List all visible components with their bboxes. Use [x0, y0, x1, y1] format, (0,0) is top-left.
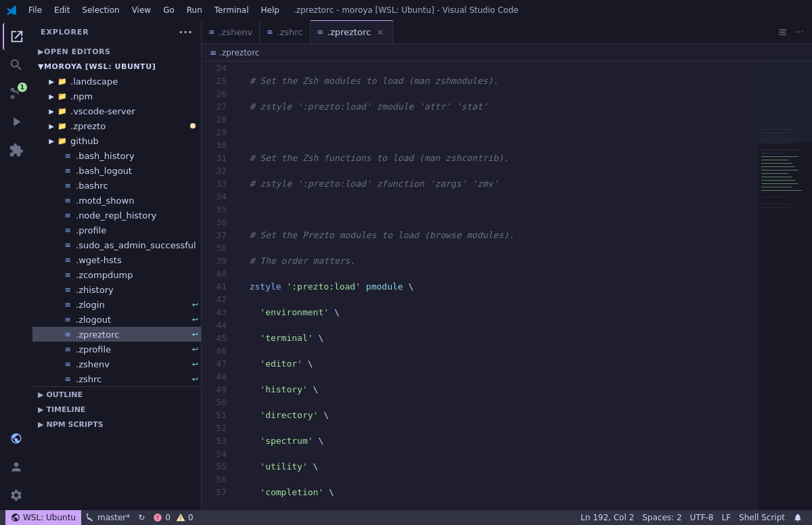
- timeline-section[interactable]: ▶ TIMELINE: [32, 402, 201, 417]
- file-icon: ≡: [62, 299, 73, 310]
- tree-item-zprezto[interactable]: ▶ 📁 .zprezto: [32, 118, 201, 133]
- settings-activity-icon[interactable]: [3, 482, 30, 509]
- tab-zshrc[interactable]: ≡ .zshrc: [260, 20, 310, 44]
- tree-item-zcompdump[interactable]: ▶ ≡ .zcompdump: [32, 267, 201, 282]
- code-line: [239, 203, 758, 216]
- file-icon: ≡: [62, 239, 73, 250]
- sync-status[interactable]: ↻: [134, 510, 149, 525]
- tree-item-bash-history[interactable]: ▶ ≡ .bash_history: [32, 148, 201, 163]
- menu-go[interactable]: Go: [158, 4, 180, 16]
- code-editor[interactable]: # Set the Zsh modules to load (man zshmo…: [232, 62, 758, 510]
- git-branch-status[interactable]: master*: [81, 510, 134, 525]
- menu-view[interactable]: View: [127, 4, 156, 16]
- encoding-setting[interactable]: UTF-8: [686, 510, 718, 525]
- code-line: zstyle ':prezto:load' pmodule \: [239, 280, 758, 293]
- folder-icon: 📁: [57, 135, 68, 146]
- language-setting[interactable]: Shell Script: [735, 510, 789, 525]
- source-control-activity-icon[interactable]: 1: [3, 80, 30, 107]
- tree-item-zshrc[interactable]: ▶ ≡ .zshrc ↩: [32, 371, 201, 386]
- code-line: # Set the Zsh modules to load (man zshmo…: [239, 74, 758, 87]
- menu-run[interactable]: Run: [181, 4, 208, 16]
- tab-label: .zshrc: [277, 27, 302, 37]
- maximize-button[interactable]: □: [784, 5, 793, 15]
- workspace-arrow: ▼: [38, 62, 44, 71]
- wsl-status[interactable]: WSL: Ubuntu: [5, 510, 81, 525]
- close-button[interactable]: ✕: [796, 5, 805, 15]
- file-icon: ≡: [62, 195, 73, 206]
- file-icon: ≡: [62, 269, 73, 280]
- code-line: 'directory' \: [239, 409, 758, 421]
- error-count: 0: [165, 513, 171, 522]
- tree-item-zpreztorc[interactable]: ▶ ≡ .zpreztorc ↩: [32, 327, 201, 342]
- file-icon: ≡: [62, 344, 73, 355]
- menu-file[interactable]: File: [23, 4, 47, 16]
- tree-item-landscape[interactable]: ▶ 📁 .landscape: [32, 74, 201, 89]
- tree-item-npm[interactable]: ▶ 📁 .npm: [32, 89, 201, 104]
- npm-scripts-section[interactable]: ▶ NPM SCRIPTS: [32, 417, 201, 432]
- code-line: 'terminal' \: [239, 332, 758, 344]
- run-debug-activity-icon[interactable]: [3, 108, 30, 135]
- tree-item-profile[interactable]: ▶ ≡ .profile: [32, 223, 201, 237]
- tree-item-github[interactable]: ▶ 📁 github: [32, 133, 201, 148]
- tree-item-bashrc[interactable]: ▶ ≡ .bashrc: [32, 178, 201, 193]
- remote-activity-icon[interactable]: [3, 425, 30, 452]
- spaces-setting[interactable]: Spaces: 2: [638, 510, 685, 525]
- editor-area: ≡ .zshenv ≡ .zshrc ≡ .zpreztorc ✕ ⊞ ··· …: [202, 20, 812, 510]
- menu-help[interactable]: Help: [256, 4, 285, 16]
- tab-close-button[interactable]: ✕: [375, 27, 386, 38]
- svg-rect-7: [761, 156, 798, 157]
- tab-zpreztorc[interactable]: ≡ .zpreztorc ✕: [311, 20, 394, 44]
- open-editors-section[interactable]: ▶ Open Editors: [32, 44, 201, 59]
- outline-section[interactable]: ▶ OUTLINE: [32, 387, 201, 402]
- tree-item-zlogout[interactable]: ▶ ≡ .zlogout ↩: [32, 312, 201, 327]
- code-line: # zstyle ':prezto:load' zfunction 'zargs…: [239, 177, 758, 190]
- search-activity-icon[interactable]: [3, 51, 30, 78]
- errors-status[interactable]: 0 0: [149, 510, 197, 525]
- split-editor-icon[interactable]: ⊞: [776, 25, 790, 39]
- extensions-activity-icon[interactable]: [3, 137, 30, 164]
- code-line: 'utility' \: [239, 460, 758, 473]
- title-bar: File Edit Selection View Go Run Terminal…: [0, 0, 812, 20]
- symlink-icon: ↩: [192, 360, 198, 369]
- svg-rect-12: [761, 173, 788, 174]
- file-icon-breadcrumb: ≡: [210, 48, 217, 58]
- tree-item-zshenv[interactable]: ▶ ≡ .zshenv ↩: [32, 357, 201, 371]
- cursor-position[interactable]: Ln 192, Col 2: [577, 510, 638, 525]
- workspace-label: MOROYA [WSL: UBUNTU]: [44, 62, 156, 71]
- tab-zshenv[interactable]: ≡ .zshenv: [202, 20, 260, 44]
- tree-item-wget[interactable]: ▶ ≡ .wget-hsts: [32, 252, 201, 267]
- editor-breadcrumb: ≡ .zpreztorc: [202, 44, 812, 62]
- more-actions-icon[interactable]: ···: [792, 25, 807, 39]
- explorer-activity-icon[interactable]: [3, 23, 30, 50]
- tree-item-zhistory[interactable]: ▶ ≡ .zhistory: [32, 282, 201, 297]
- file-icon: ≡: [62, 180, 73, 191]
- tree-item-zprofile[interactable]: ▶ ≡ .zprofile ↩: [32, 342, 201, 357]
- tree-item-vscode-server[interactable]: ▶ 📁 .vscode-server: [32, 104, 201, 118]
- svg-rect-17: [761, 190, 802, 191]
- modified-badge: [190, 123, 196, 129]
- window-title: .zpreztorc - moroya [WSL: Ubuntu] - Visu…: [294, 5, 518, 15]
- tree-item-zlogin[interactable]: ▶ ≡ .zlogin ↩: [32, 297, 201, 312]
- menu-edit[interactable]: Edit: [49, 4, 75, 16]
- breadcrumb-filename[interactable]: .zpreztorc: [219, 48, 259, 58]
- language-label: Shell Script: [739, 513, 785, 522]
- tab-label: .zshenv: [219, 27, 252, 37]
- minimize-button[interactable]: ─: [771, 5, 781, 15]
- workspace-section[interactable]: ▼ MOROYA [WSL: UBUNTU]: [32, 59, 201, 74]
- tree-item-node-repl[interactable]: ▶ ≡ .node_repl_history: [32, 208, 201, 223]
- tree-item-motd[interactable]: ▶ ≡ .motd_shown: [32, 193, 201, 208]
- tree-item-bash-logout[interactable]: ▶ ≡ .bash_logout: [32, 163, 201, 178]
- svg-rect-10: [761, 166, 795, 167]
- line-ending-setting[interactable]: LF: [718, 510, 736, 525]
- code-line: 'completion' \: [239, 486, 758, 499]
- menu-selection[interactable]: Selection: [76, 4, 125, 16]
- account-activity-icon[interactable]: [3, 453, 30, 480]
- sidebar-more-icon[interactable]: ···: [179, 26, 193, 39]
- notifications-bell[interactable]: [789, 510, 807, 525]
- tab-label: .zpreztorc: [328, 27, 371, 37]
- file-icon: ≡: [62, 373, 73, 384]
- error-icon: [153, 513, 162, 522]
- tree-item-sudo[interactable]: ▶ ≡ .sudo_as_admin_successful: [32, 237, 201, 252]
- timeline-label: TIMELINE: [46, 405, 85, 414]
- menu-terminal[interactable]: Terminal: [209, 4, 254, 16]
